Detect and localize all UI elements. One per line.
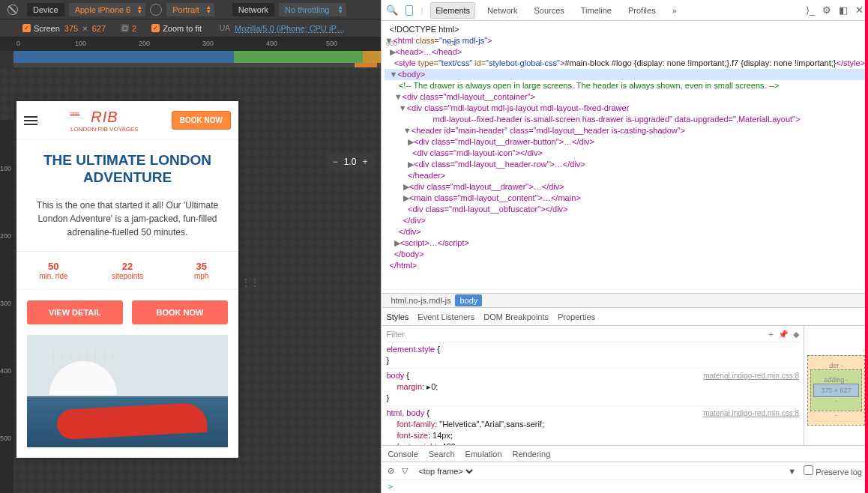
breadcrumb: html.no-js.mdl-js body — [382, 293, 868, 308]
ruler-horizontal: 0 100 200 300 400 500 600 700 — [0, 37, 381, 51]
filter-icon[interactable]: ▽ — [402, 466, 408, 476]
console-toggle-icon[interactable]: ⟩_ — [806, 4, 815, 16]
search-icon[interactable]: 🔍 — [386, 4, 398, 16]
crumb-html[interactable]: html.no-js.mdl-js — [386, 294, 455, 306]
window-edge — [865, 0, 868, 493]
tab-timeline[interactable]: Timeline — [576, 3, 616, 18]
tab-event-listeners[interactable]: Event Listeners — [418, 312, 474, 321]
stat-item: 35mph — [164, 261, 238, 280]
tab-emulation[interactable]: Emulation — [465, 450, 502, 459]
styles-pane[interactable]: Filter +📌◆ element.style {} material.ind… — [382, 326, 804, 445]
network-select[interactable]: No throttling▴▾ — [279, 3, 346, 16]
stat-item: 50min. ride — [16, 261, 91, 280]
screen-height[interactable]: 627 — [92, 24, 106, 33]
ua-label: UA — [220, 24, 230, 32]
ruler-vertical: 100 200 300 400 500 600 — [0, 120, 13, 493]
gear-icon[interactable]: ⚙ — [822, 4, 831, 16]
tab-network[interactable]: Network — [483, 3, 522, 18]
styles-filter[interactable]: Filter — [386, 329, 404, 340]
dpr-checkbox[interactable]: ▢2 — [121, 24, 136, 33]
phone-frame: RIB LONDON RIB VOYAGES BOOK NOW THE ULTI… — [16, 101, 238, 458]
box-model: - der - adding - 375 × 627 - - — [804, 326, 868, 445]
add-rule-icon[interactable]: + — [769, 329, 774, 340]
drawer-tabs: Console Search Emulation Rendering — [382, 446, 868, 462]
tab-elements[interactable]: Elements — [430, 2, 475, 19]
stats-row: 50min. ride 22sitepoints 35mph — [16, 251, 238, 290]
stat-item: 22sitepoints — [91, 261, 165, 280]
refresh-icon[interactable] — [150, 4, 162, 16]
tab-console[interactable]: Console — [388, 450, 418, 459]
clear-console-icon[interactable]: ⊘ — [388, 466, 394, 476]
preserve-log-checkbox[interactable]: Preserve log — [804, 465, 862, 477]
zoom-control[interactable]: − 1.0 + — [327, 154, 374, 170]
zoom-out-icon[interactable]: − — [333, 157, 338, 167]
frame-select[interactable]: <top frame> — [415, 466, 475, 477]
device-label: Device — [27, 3, 64, 16]
tab-rendering[interactable]: Rendering — [513, 450, 551, 459]
screen-checkbox[interactable]: ✓Screen — [22, 24, 60, 33]
site-logo[interactable]: RIB LONDON RIB VOYAGES — [45, 109, 164, 133]
zoom-in-icon[interactable]: + — [362, 157, 367, 167]
close-icon[interactable]: ✕ — [855, 4, 864, 16]
device-viewport-area: 100 200 300 400 500 600 − 1.0 + RIB LOND… — [0, 67, 381, 493]
dock-icon[interactable]: ◧ — [839, 4, 848, 16]
console-prompt[interactable]: > — [382, 480, 868, 493]
devtools-toolbar: 🔍 | Elements Network Sources Timeline Pr… — [382, 0, 868, 21]
ua-value[interactable]: Mozilla/5.0 (iPhone; CPU iP… — [235, 24, 345, 33]
toggle-icon[interactable]: ◆ — [793, 329, 799, 340]
resize-handle-icon[interactable]: ⋮⋮ — [241, 277, 259, 288]
tab-sources[interactable]: Sources — [529, 3, 568, 18]
styles-tabs: Styles Event Listeners DOM Breakpoints P… — [382, 308, 868, 326]
orientation-select[interactable]: Portrait▴▾ — [166, 3, 214, 16]
zoom-value: 1.0 — [344, 157, 357, 167]
tab-styles[interactable]: Styles — [386, 312, 409, 321]
book-now-button[interactable]: BOOK NOW — [132, 300, 228, 324]
device-mode-icon[interactable] — [406, 5, 413, 16]
menu-icon[interactable] — [24, 116, 37, 125]
hero-image — [27, 335, 228, 447]
screen-width[interactable]: 375 — [64, 24, 78, 33]
cancel-icon[interactable] — [7, 4, 18, 15]
tab-profiles[interactable]: Profiles — [624, 3, 660, 18]
crumb-body[interactable]: body — [455, 294, 482, 306]
tab-search[interactable]: Search — [429, 450, 455, 459]
network-label: Network — [232, 3, 274, 16]
page-title: THE ULTIMATE LONDON ADVENTURE — [16, 140, 238, 193]
timeline-bar — [13, 51, 381, 63]
view-detail-button[interactable]: VIEW DETAIL — [27, 300, 123, 324]
pin-icon[interactable]: 📌 — [778, 329, 789, 340]
page-subtitle: This is the one that started it all! Our… — [16, 193, 238, 251]
zoom-checkbox[interactable]: ✓Zoom to fit — [151, 24, 202, 33]
tab-dom-breakpoints[interactable]: DOM Breakpoints — [483, 312, 549, 321]
header-book-button[interactable]: BOOK NOW — [172, 111, 231, 130]
tab-more[interactable]: » — [668, 3, 681, 18]
device-select[interactable]: Apple iPhone 6▴▾ — [69, 3, 146, 16]
dom-tree[interactable]: <!DOCTYPE html> ▼<html class="no-js mdl-… — [382, 21, 868, 293]
tab-properties[interactable]: Properties — [558, 312, 595, 321]
